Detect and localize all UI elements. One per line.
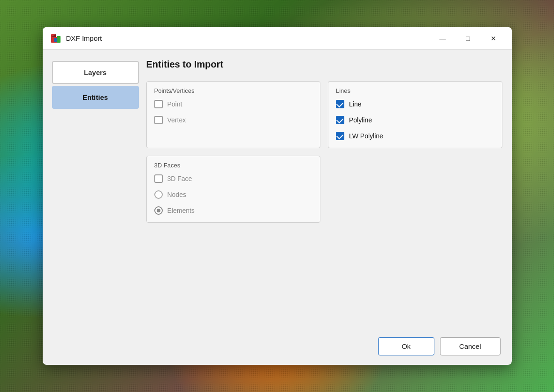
checkbox-polyline[interactable]: [336, 116, 344, 124]
dialog-window: DXF Import — □ ✕ Layers Entities Entitie…: [43, 27, 512, 365]
svg-rect-4: [57, 36, 61, 43]
main-content: Entities to Import Points/Vertices Point: [146, 59, 502, 320]
dialog-footer: Ok Cancel: [43, 330, 512, 365]
checkbox-item-vertex[interactable]: Vertex: [154, 116, 313, 124]
label-point: Point: [167, 100, 182, 108]
dialog-body: Layers Entities Entities to Import Point…: [43, 50, 512, 330]
label-elements: Elements: [167, 207, 195, 214]
label-vertex: Vertex: [167, 116, 186, 124]
label-lw-polyline: LW Polyline: [349, 132, 383, 140]
radio-nodes[interactable]: [154, 190, 163, 199]
checkbox-vertex[interactable]: [154, 116, 163, 124]
minimize-button[interactable]: —: [432, 31, 454, 46]
label-3d-face: 3D Face: [167, 175, 192, 182]
checkbox-item-3d-face[interactable]: 3D Face: [154, 174, 313, 183]
checkbox-line[interactable]: [336, 100, 344, 108]
checkbox-lw-polyline[interactable]: [336, 132, 344, 140]
sidebar-item-entities[interactable]: Entities: [52, 86, 139, 109]
group-points-vertices: Points/Vertices Point Vertex: [146, 81, 321, 148]
group-lines: Lines Line Polyline LW Pol: [328, 81, 502, 148]
title-bar: DXF Import — □ ✕: [43, 27, 512, 50]
checkbox-3d-face[interactable]: [154, 174, 163, 183]
group-3d-faces-label: 3D Faces: [154, 162, 313, 169]
dialog-title: DXF Import: [66, 34, 432, 42]
group-lines-label: Lines: [336, 87, 494, 94]
checkbox-item-line[interactable]: Line: [336, 100, 494, 108]
app-icon: [50, 33, 61, 44]
radio-item-elements[interactable]: Elements: [154, 206, 313, 215]
entity-row-2: 3D Faces 3D Face Nodes Ele: [146, 156, 502, 223]
checkbox-point[interactable]: [154, 100, 163, 108]
radio-item-nodes[interactable]: Nodes: [154, 190, 313, 199]
group-3d-faces: 3D Faces 3D Face Nodes Ele: [146, 156, 321, 223]
maximize-button[interactable]: □: [457, 31, 479, 46]
label-nodes: Nodes: [167, 191, 186, 198]
sidebar: Layers Entities: [52, 59, 139, 320]
label-line: Line: [349, 100, 361, 108]
ok-button[interactable]: Ok: [378, 337, 434, 355]
dialog-overlay: DXF Import — □ ✕ Layers Entities Entitie…: [0, 0, 554, 392]
label-polyline: Polyline: [349, 116, 372, 124]
entity-groups: Points/Vertices Point Vertex: [146, 81, 502, 223]
entity-row-1: Points/Vertices Point Vertex: [146, 81, 502, 148]
window-controls: — □ ✕: [432, 31, 504, 46]
checkbox-item-point[interactable]: Point: [154, 100, 313, 108]
close-button[interactable]: ✕: [483, 31, 504, 46]
radio-elements[interactable]: [154, 206, 163, 215]
sidebar-item-layers[interactable]: Layers: [52, 61, 139, 84]
checkbox-item-polyline[interactable]: Polyline: [336, 116, 494, 124]
checkbox-item-lw-polyline[interactable]: LW Polyline: [336, 132, 494, 140]
group-points-label: Points/Vertices: [154, 87, 313, 94]
section-title: Entities to Import: [146, 59, 502, 70]
cancel-button[interactable]: Cancel: [440, 337, 501, 355]
